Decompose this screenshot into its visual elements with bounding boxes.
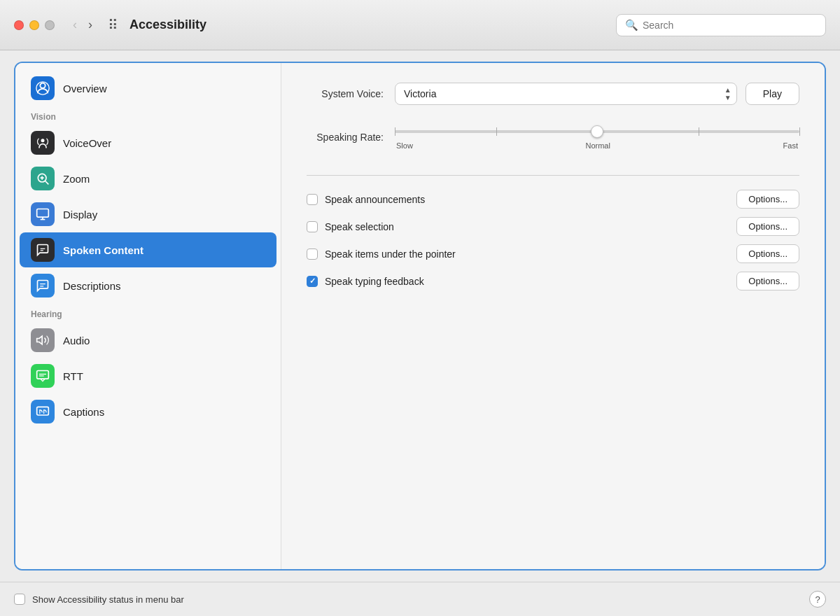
display-icon [31,202,55,226]
main-content: Overview Vision VoiceOver [0,50,840,582]
captions-label: Captions [63,406,104,418]
speak-pointer-row: Speak items under the pointer Options... [307,244,799,263]
speak-pointer-label: Speak items under the pointer [325,248,456,260]
speak-announcements-wrap: Speak announcements [307,194,736,205]
svg-rect-13 [37,371,49,379]
rtt-label: RTT [63,370,83,382]
speak-typing-wrap: Speak typing feedback [307,276,736,287]
rtt-icon [31,364,55,388]
bottom-checkbox-wrap: Show Accessibility status in menu bar [14,594,184,605]
speak-typing-checkbox[interactable] [307,276,318,287]
zoom-icon [31,167,55,190]
help-button[interactable]: ? [809,591,826,608]
speak-selection-checkbox[interactable] [307,221,318,232]
search-icon: 🔍 [625,19,638,31]
search-bar: 🔍 [616,14,826,36]
sidebar-overview-label: Overview [63,83,107,94]
minimize-button[interactable] [29,20,39,30]
speak-typing-label: Speak typing feedback [325,276,424,287]
speaking-rate-label: Speaking Rate: [307,132,384,143]
svg-point-2 [41,139,45,142]
system-voice-row: System Voice: Victoria Alex Samantha ▲ ▼ [307,83,799,105]
speak-selection-row: Speak selection Options... [307,217,799,236]
window-title: Accessibility [130,18,608,32]
zoom-label: Zoom [63,173,90,185]
close-button[interactable] [14,20,24,30]
titlebar: ‹ › ⠿ Accessibility 🔍 [0,0,840,50]
speak-announcements-options-btn[interactable]: Options... [736,190,799,209]
voice-select-wrap: Victoria Alex Samantha ▲ ▼ Play [395,83,799,105]
speak-selection-options-btn[interactable]: Options... [736,217,799,236]
spoken-content-label: Spoken Content [63,244,144,256]
sidebar-item-overview[interactable]: Overview [20,71,276,106]
stepper-arrows: ▲ ▼ [724,86,732,102]
speak-pointer-checkbox[interactable] [307,248,318,260]
svg-rect-16 [37,407,49,415]
audio-label: Audio [63,335,90,346]
play-button[interactable]: Play [746,83,799,105]
speak-selection-wrap: Speak selection [307,221,736,232]
speak-selection-label: Speak selection [325,221,394,232]
voice-select[interactable]: Victoria Alex Samantha [395,83,737,105]
sidebar-item-voiceover[interactable]: VoiceOver [20,125,276,160]
rate-slider-wrap: Slow Normal Fast [395,125,799,150]
descriptions-icon [31,274,55,298]
captions-icon [31,400,55,424]
slow-label: Slow [396,141,413,150]
speak-typing-row: Speak typing feedback Options... [307,272,799,290]
traffic-lights [14,20,55,30]
divider [307,175,799,176]
svg-rect-7 [37,209,49,218]
speak-pointer-wrap: Speak items under the pointer [307,248,736,260]
slider-labels: Slow Normal Fast [395,141,799,150]
speak-announcements-label: Speak announcements [325,194,425,205]
menu-bar-checkbox[interactable] [14,594,25,605]
svg-point-0 [40,83,45,88]
hearing-section-header: Hearing [15,304,281,322]
nav-buttons: ‹ › [69,16,97,34]
speaking-rate-row: Speaking Rate: [307,125,799,150]
audio-icon [31,328,55,352]
speak-announcements-checkbox[interactable] [307,194,318,205]
voice-select-container: Victoria Alex Samantha ▲ ▼ [395,83,737,105]
sidebar-item-captions[interactable]: Captions [20,394,276,429]
descriptions-label: Descriptions [63,280,121,292]
back-button[interactable]: ‹ [69,16,81,34]
slider-thumb [591,125,603,138]
forward-button[interactable]: › [84,16,97,34]
svg-marker-12 [37,336,43,344]
vision-section-header: Vision [15,106,281,125]
menu-bar-label: Show Accessibility status in menu bar [32,594,184,605]
speak-announcements-row: Speak announcements Options... [307,190,799,209]
sidebar: Overview Vision VoiceOver [15,63,281,569]
display-label: Display [63,209,97,220]
bottom-bar: Show Accessibility status in menu bar ? [0,582,840,616]
grid-icon: ⠿ [108,17,118,34]
voiceover-label: VoiceOver [63,137,111,149]
search-input[interactable] [643,20,817,31]
sidebar-item-spoken-content[interactable]: Spoken Content [20,232,276,267]
maximize-button[interactable] [45,20,55,30]
overview-icon [31,76,55,100]
sidebar-item-zoom[interactable]: Zoom [20,161,276,196]
fast-label: Fast [783,141,798,150]
sidebar-item-display[interactable]: Display [20,197,276,232]
spoken-content-icon [31,238,55,262]
normal-label: Normal [585,141,610,150]
system-voice-label: System Voice: [307,88,384,99]
voiceover-icon [31,131,55,155]
right-panel: System Voice: Victoria Alex Samantha ▲ ▼ [281,63,825,569]
pane-container: Overview Vision VoiceOver [14,62,826,570]
speak-pointer-options-btn[interactable]: Options... [736,244,799,263]
sidebar-item-descriptions[interactable]: Descriptions [20,268,276,303]
svg-line-4 [46,181,49,185]
sidebar-item-rtt[interactable]: RTT [20,358,276,393]
speak-typing-options-btn[interactable]: Options... [736,272,799,290]
sidebar-item-audio[interactable]: Audio [20,323,276,358]
